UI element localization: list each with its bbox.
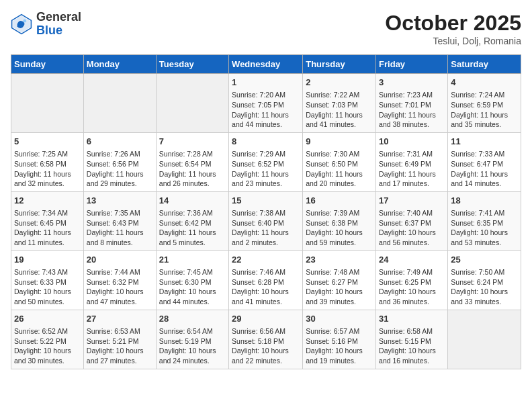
month-title: October 2025 <box>385 11 521 36</box>
weekday-header-sunday: Sunday <box>11 55 84 74</box>
calendar-cell: 25Sunrise: 7:50 AMSunset: 6:24 PMDayligh… <box>448 250 521 310</box>
day-number: 10 <box>379 136 445 148</box>
day-info: Sunrise: 7:49 AMSunset: 6:25 PMDaylight:… <box>379 267 445 307</box>
weekday-header-thursday: Thursday <box>303 55 376 74</box>
calendar-cell: 12Sunrise: 7:34 AMSunset: 6:45 PMDayligh… <box>11 191 84 250</box>
day-number: 20 <box>87 254 153 266</box>
day-info: Sunrise: 7:45 AMSunset: 6:30 PMDaylight:… <box>159 267 226 307</box>
day-info: Sunrise: 7:23 AMSunset: 7:01 PMDaylight:… <box>379 90 445 130</box>
day-info: Sunrise: 7:34 AMSunset: 6:45 PMDaylight:… <box>14 208 81 248</box>
day-info: Sunrise: 7:43 AMSunset: 6:33 PMDaylight:… <box>14 267 81 307</box>
week-row-2: 5Sunrise: 7:25 AMSunset: 6:58 PMDaylight… <box>11 132 521 191</box>
day-info: Sunrise: 6:56 AMSunset: 5:18 PMDaylight:… <box>232 326 300 366</box>
calendar-cell <box>83 74 156 133</box>
day-number: 3 <box>379 77 445 89</box>
calendar-cell: 2Sunrise: 7:22 AMSunset: 7:03 PMDaylight… <box>303 74 376 133</box>
calendar-cell: 26Sunrise: 6:52 AMSunset: 5:22 PMDayligh… <box>11 310 84 369</box>
day-number: 15 <box>232 195 300 207</box>
calendar-cell: 24Sunrise: 7:49 AMSunset: 6:25 PMDayligh… <box>376 250 448 310</box>
day-info: Sunrise: 7:28 AMSunset: 6:54 PMDaylight:… <box>159 149 226 189</box>
week-row-4: 19Sunrise: 7:43 AMSunset: 6:33 PMDayligh… <box>11 250 521 310</box>
day-number: 21 <box>159 254 226 266</box>
day-number: 12 <box>14 195 81 207</box>
day-number: 30 <box>306 313 373 325</box>
calendar-cell <box>11 74 84 133</box>
day-info: Sunrise: 7:33 AMSunset: 6:47 PMDaylight:… <box>451 149 518 189</box>
day-number: 28 <box>159 313 226 325</box>
day-number: 4 <box>451 77 518 89</box>
day-number: 29 <box>232 313 300 325</box>
day-info: Sunrise: 7:41 AMSunset: 6:35 PMDaylight:… <box>451 208 518 248</box>
day-info: Sunrise: 6:52 AMSunset: 5:22 PMDaylight:… <box>14 326 81 366</box>
day-info: Sunrise: 7:48 AMSunset: 6:27 PMDaylight:… <box>306 267 373 307</box>
day-number: 18 <box>451 195 518 207</box>
day-info: Sunrise: 7:38 AMSunset: 6:40 PMDaylight:… <box>232 208 300 248</box>
day-number: 26 <box>14 313 81 325</box>
day-info: Sunrise: 7:20 AMSunset: 7:05 PMDaylight:… <box>232 90 300 130</box>
day-number: 2 <box>306 77 373 89</box>
day-number: 6 <box>87 136 153 148</box>
calendar-cell: 11Sunrise: 7:33 AMSunset: 6:47 PMDayligh… <box>448 132 521 191</box>
location: Teslui, Dolj, Romania <box>385 36 521 46</box>
calendar-cell: 19Sunrise: 7:43 AMSunset: 6:33 PMDayligh… <box>11 250 84 310</box>
day-info: Sunrise: 7:24 AMSunset: 6:59 PMDaylight:… <box>451 90 518 130</box>
day-number: 1 <box>232 77 300 89</box>
calendar-cell: 17Sunrise: 7:40 AMSunset: 6:37 PMDayligh… <box>376 191 448 250</box>
day-number: 16 <box>306 195 373 207</box>
calendar-cell <box>448 310 521 369</box>
logo-text: General Blue <box>36 11 81 38</box>
logo-icon <box>11 13 32 35</box>
day-number: 25 <box>451 254 518 266</box>
day-info: Sunrise: 6:58 AMSunset: 5:15 PMDaylight:… <box>379 326 445 366</box>
day-info: Sunrise: 7:36 AMSunset: 6:42 PMDaylight:… <box>159 208 226 248</box>
calendar-cell: 28Sunrise: 6:54 AMSunset: 5:19 PMDayligh… <box>156 310 228 369</box>
day-number: 19 <box>14 254 81 266</box>
calendar-cell: 10Sunrise: 7:31 AMSunset: 6:49 PMDayligh… <box>376 132 448 191</box>
calendar-cell: 30Sunrise: 6:57 AMSunset: 5:16 PMDayligh… <box>303 310 376 369</box>
day-info: Sunrise: 7:50 AMSunset: 6:24 PMDaylight:… <box>451 267 518 307</box>
day-number: 24 <box>379 254 445 266</box>
calendar-cell <box>156 74 228 133</box>
calendar-cell: 9Sunrise: 7:30 AMSunset: 6:50 PMDaylight… <box>303 132 376 191</box>
logo: General Blue <box>11 11 81 38</box>
calendar-cell: 29Sunrise: 6:56 AMSunset: 5:18 PMDayligh… <box>229 310 303 369</box>
day-info: Sunrise: 6:53 AMSunset: 5:21 PMDaylight:… <box>87 326 153 366</box>
day-number: 13 <box>87 195 153 207</box>
day-number: 14 <box>159 195 226 207</box>
weekday-header-row: SundayMondayTuesdayWednesdayThursdayFrid… <box>11 55 521 74</box>
day-info: Sunrise: 6:57 AMSunset: 5:16 PMDaylight:… <box>306 326 373 366</box>
calendar-cell: 16Sunrise: 7:39 AMSunset: 6:38 PMDayligh… <box>303 191 376 250</box>
title-block: October 2025 Teslui, Dolj, Romania <box>385 11 521 46</box>
day-number: 23 <box>306 254 373 266</box>
day-number: 7 <box>159 136 226 148</box>
calendar-cell: 14Sunrise: 7:36 AMSunset: 6:42 PMDayligh… <box>156 191 228 250</box>
week-row-1: 1Sunrise: 7:20 AMSunset: 7:05 PMDaylight… <box>11 74 521 133</box>
day-info: Sunrise: 7:22 AMSunset: 7:03 PMDaylight:… <box>306 90 373 130</box>
weekday-header-monday: Monday <box>83 55 156 74</box>
calendar-cell: 13Sunrise: 7:35 AMSunset: 6:43 PMDayligh… <box>83 191 156 250</box>
calendar-cell: 4Sunrise: 7:24 AMSunset: 6:59 PMDaylight… <box>448 74 521 133</box>
day-number: 11 <box>451 136 518 148</box>
day-info: Sunrise: 7:26 AMSunset: 6:56 PMDaylight:… <box>87 149 153 189</box>
day-number: 31 <box>379 313 445 325</box>
calendar-cell: 22Sunrise: 7:46 AMSunset: 6:28 PMDayligh… <box>229 250 303 310</box>
day-info: Sunrise: 6:54 AMSunset: 5:19 PMDaylight:… <box>159 326 226 366</box>
calendar-cell: 7Sunrise: 7:28 AMSunset: 6:54 PMDaylight… <box>156 132 228 191</box>
page-header: General Blue October 2025 Teslui, Dolj, … <box>11 11 521 46</box>
weekday-header-wednesday: Wednesday <box>229 55 303 74</box>
day-info: Sunrise: 7:31 AMSunset: 6:49 PMDaylight:… <box>379 149 445 189</box>
day-info: Sunrise: 7:35 AMSunset: 6:43 PMDaylight:… <box>87 208 153 248</box>
weekday-header-saturday: Saturday <box>448 55 521 74</box>
day-number: 17 <box>379 195 445 207</box>
calendar-cell: 8Sunrise: 7:29 AMSunset: 6:52 PMDaylight… <box>229 132 303 191</box>
svg-point-2 <box>23 19 26 23</box>
day-number: 27 <box>87 313 153 325</box>
calendar-cell: 21Sunrise: 7:45 AMSunset: 6:30 PMDayligh… <box>156 250 228 310</box>
calendar-cell: 31Sunrise: 6:58 AMSunset: 5:15 PMDayligh… <box>376 310 448 369</box>
day-info: Sunrise: 7:39 AMSunset: 6:38 PMDaylight:… <box>306 208 373 248</box>
calendar-cell: 5Sunrise: 7:25 AMSunset: 6:58 PMDaylight… <box>11 132 84 191</box>
day-number: 9 <box>306 136 373 148</box>
calendar-cell: 3Sunrise: 7:23 AMSunset: 7:01 PMDaylight… <box>376 74 448 133</box>
calendar-cell: 27Sunrise: 6:53 AMSunset: 5:21 PMDayligh… <box>83 310 156 369</box>
calendar-cell: 15Sunrise: 7:38 AMSunset: 6:40 PMDayligh… <box>229 191 303 250</box>
